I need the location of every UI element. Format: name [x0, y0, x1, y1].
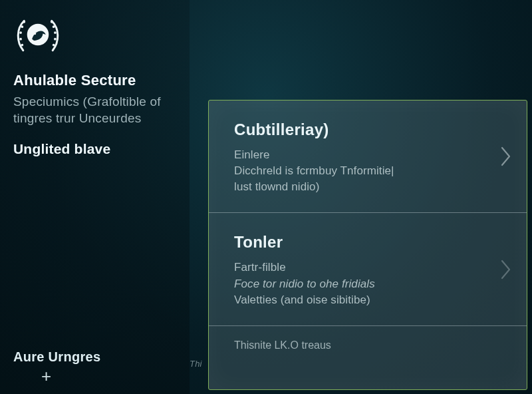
svg-point-11 [34, 33, 36, 35]
panel-item-title: Cubtilleriay) [234, 120, 480, 139]
panel-item-line: lust tlownd nidio) [234, 179, 480, 195]
small-label: Thi [190, 359, 202, 369]
chevron-right-icon [500, 146, 512, 167]
chevron-right-icon [500, 259, 512, 280]
svg-point-3 [19, 38, 22, 41]
svg-point-1 [21, 25, 23, 28]
svg-point-5 [51, 21, 53, 23]
svg-point-7 [54, 31, 57, 34]
options-panel: Cubtilleriay) Einlere Dicchreld is fcrmb… [208, 100, 527, 390]
sidebar-title: Ahulable Secture [13, 72, 180, 89]
sidebar: Ahulable Secture Speciumics (Grafoltible… [0, 0, 190, 394]
sidebar-footer-title: Aure Urngres [13, 349, 180, 365]
sidebar-footer: Aure Urngres + [13, 349, 180, 387]
screen: Ahulable Secture Speciumics (Grafoltible… [0, 0, 532, 394]
panel-item-tonler[interactable]: Tonler Fartr-filble Foce tor nidio to oh… [209, 213, 527, 325]
panel-item-line: Valetties (and oise sibitibe) [234, 292, 480, 308]
svg-point-8 [54, 38, 57, 41]
panel-item-line: Fartr-filble [234, 260, 480, 276]
svg-point-4 [21, 44, 23, 47]
add-button[interactable]: + [13, 367, 180, 385]
emblem-icon [13, 12, 63, 61]
sidebar-description: Speciumics (Grafoltible of tingres trur … [13, 93, 180, 126]
panel-item-peek: Thisnite LK.O treaus [209, 326, 527, 351]
sidebar-spacer [13, 157, 180, 349]
svg-point-9 [53, 44, 55, 47]
panel-item-cubtilleriay[interactable]: Cubtilleriay) Einlere Dicchreld is fcrmb… [209, 100, 527, 213]
panel-item-title: Tonler [234, 233, 480, 252]
panel-item-line: Einlere [234, 147, 480, 163]
panel-item-line: Dicchreld is fcrmbuy Tnformitie| [234, 163, 480, 179]
svg-point-6 [53, 25, 55, 28]
svg-point-2 [19, 31, 22, 34]
svg-point-0 [23, 21, 25, 23]
panel-item-line: Foce tor nidio to ohe fridials [234, 276, 480, 292]
sidebar-selected-item[interactable]: Unglited blave [13, 141, 180, 157]
main-area: Thi Cubtilleriay) Einlere Dicchreld is f… [190, 0, 532, 394]
